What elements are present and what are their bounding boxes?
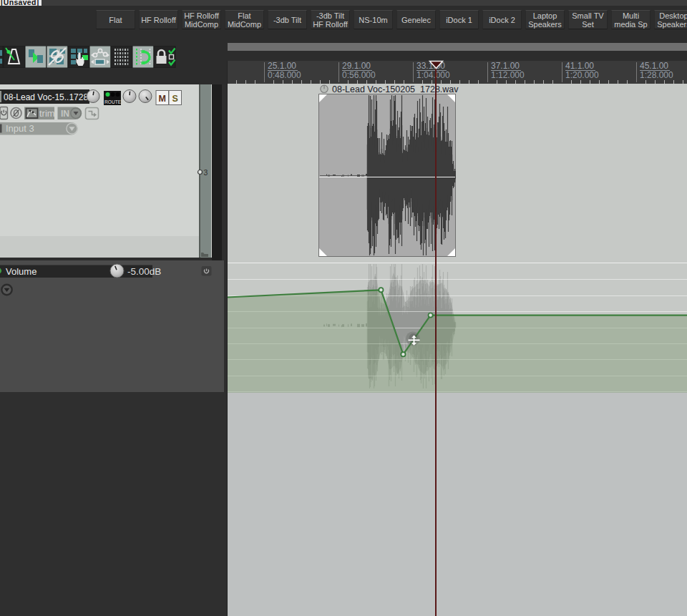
svg-text:41.1.00: 41.1.00 xyxy=(565,61,594,71)
svg-text:25.1.00: 25.1.00 xyxy=(268,61,296,71)
svg-text:ROUTE: ROUTE xyxy=(104,99,122,104)
svg-text:29.1.00: 29.1.00 xyxy=(342,61,371,71)
svg-text:1:28.000: 1:28.000 xyxy=(640,70,673,80)
svg-text:1:12.000: 1:12.000 xyxy=(491,70,525,80)
svg-text:0:56.000: 0:56.000 xyxy=(342,70,376,80)
svg-text:0:48.000: 0:48.000 xyxy=(268,70,301,80)
svg-text:Volume: Volume xyxy=(6,266,36,277)
svg-text:S: S xyxy=(172,94,178,104)
svg-text:37.1.00: 37.1.00 xyxy=(491,61,520,71)
svg-text:3: 3 xyxy=(204,168,208,177)
svg-text:IN: IN xyxy=(61,109,69,119)
svg-text:45.1.00: 45.1.00 xyxy=(640,61,668,71)
svg-text:M: M xyxy=(159,94,166,104)
svg-text:1:04.000: 1:04.000 xyxy=(416,70,450,80)
svg-text:1:20.000: 1:20.000 xyxy=(565,70,599,80)
svg-text:-5.00dB: -5.00dB xyxy=(127,266,161,277)
svg-text:Input 3: Input 3 xyxy=(6,123,34,134)
svg-text:trim: trim xyxy=(39,108,55,119)
